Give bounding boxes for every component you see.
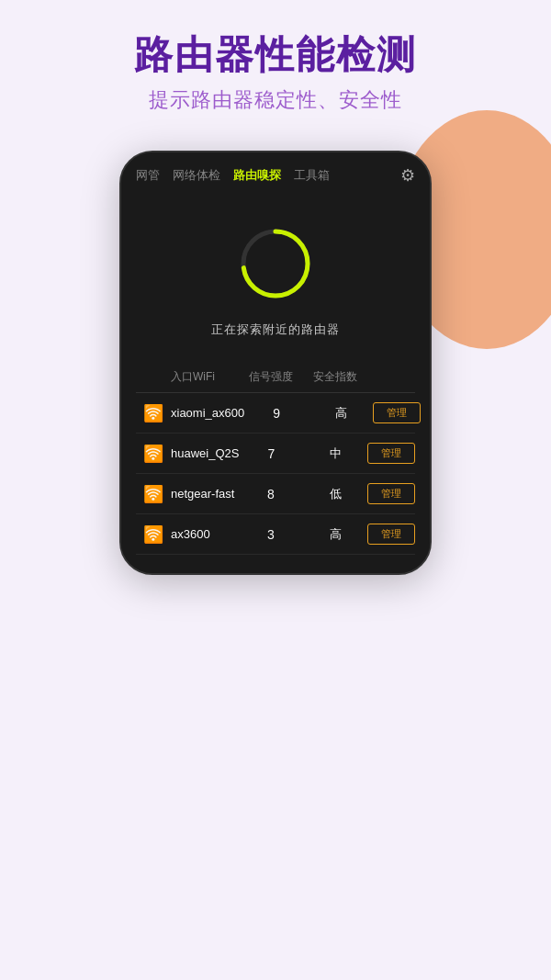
wifi-icon-cell: 🛜	[136, 444, 171, 464]
table-header: 入口WiFi 信号强度 安全指数	[136, 366, 415, 393]
wifi-icon-cell: 🛜	[136, 484, 171, 504]
loading-circle	[234, 222, 317, 305]
manage-button[interactable]: 管理	[367, 524, 415, 545]
wifi-icon: 🛜	[143, 524, 163, 545]
wifi-icon-cell: 🛜	[136, 524, 171, 545]
table-row: 🛜 netgear-fast 8 低 管理	[136, 474, 415, 514]
header-area: 路由器性能检测 提示路由器稳定性、安全性	[0, 0, 551, 129]
table-row: 🛜 huawei_Q2S 7 中 管理	[136, 434, 415, 474]
th-security: 安全指数	[303, 369, 367, 385]
wifi-icon: 🛜	[143, 403, 163, 423]
main-title: 路由器性能检测	[0, 33, 551, 77]
ssid-label: huawei_Q2S	[171, 446, 239, 460]
nav-items: 网管 网络体检 路由嗅探 工具箱	[136, 167, 330, 184]
th-ssid: 入口WiFi	[171, 369, 239, 385]
signal-value: 7	[239, 446, 303, 461]
manage-button[interactable]: 管理	[367, 443, 415, 464]
signal-value: 3	[239, 527, 303, 542]
nav-item-wangluotiJian[interactable]: 网络体检	[173, 167, 220, 184]
loading-area: 正在探索附近的路由器	[121, 195, 430, 356]
nav-item-toolbox[interactable]: 工具箱	[294, 167, 330, 184]
security-value: 中	[303, 445, 367, 462]
sub-title: 提示路由器稳定性、安全性	[0, 86, 551, 114]
phone-wrap: 网管 网络体检 路由嗅探 工具箱 ⚙ 正在探索附近的路由器 入口WiFi 信号	[0, 151, 551, 575]
loading-text: 正在探索附近的路由器	[211, 321, 340, 338]
wifi-icon: 🛜	[143, 444, 163, 464]
signal-value: 9	[244, 406, 309, 421]
nav-item-wanguan[interactable]: 网管	[136, 167, 160, 184]
gear-icon[interactable]: ⚙	[400, 165, 415, 186]
security-value: 高	[303, 526, 367, 543]
manage-button[interactable]: 管理	[373, 402, 421, 423]
wifi-icon: 🛜	[143, 484, 163, 504]
security-value: 低	[303, 486, 367, 502]
table-row: 🛜 xiaomi_ax600 9 高 管理	[136, 393, 415, 434]
phone-mockup: 网管 网络体检 路由嗅探 工具箱 ⚙ 正在探索附近的路由器 入口WiFi 信号	[119, 151, 432, 575]
th-signal: 信号强度	[239, 369, 303, 385]
ssid-label: netgear-fast	[171, 487, 239, 501]
th-action	[367, 369, 415, 385]
security-value: 高	[309, 405, 373, 422]
ssid-label: ax3600	[171, 527, 239, 541]
wifi-icon-cell: 🛜	[136, 403, 171, 423]
table-area: 入口WiFi 信号强度 安全指数 🛜 xiaomi_ax600 9 高 管理 🛜	[121, 356, 430, 573]
table-row: 🛜 ax3600 3 高 管理	[136, 514, 415, 555]
ssid-label: xiaomi_ax600	[171, 406, 244, 420]
signal-value: 8	[239, 487, 303, 501]
manage-button[interactable]: 管理	[367, 483, 415, 504]
phone-nav: 网管 网络体检 路由嗅探 工具箱 ⚙	[121, 152, 430, 195]
nav-item-luyouxiutan[interactable]: 路由嗅探	[233, 167, 281, 184]
